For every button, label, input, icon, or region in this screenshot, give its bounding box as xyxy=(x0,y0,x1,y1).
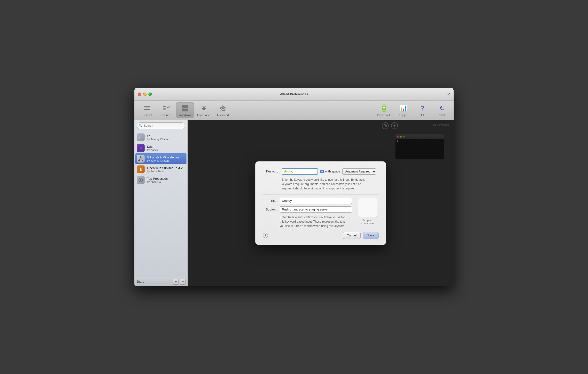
with-space-checkbox[interactable] xyxy=(320,170,324,173)
title-input[interactable] xyxy=(280,198,352,204)
subtext-label: Subtext: xyxy=(263,208,277,211)
argument-select[interactable]: Argument Required Argument Optional No A… xyxy=(342,168,376,175)
svg-rect-7 xyxy=(185,105,188,108)
top-name: Top Processes xyxy=(147,177,168,181)
usage-button[interactable]: 📊 Usage xyxy=(396,104,411,117)
keyword-input[interactable] xyxy=(282,168,318,175)
svg-point-15 xyxy=(138,160,140,161)
sidebar-footer: Share + − xyxy=(134,277,188,286)
window-title: Alfred Preferences xyxy=(280,92,308,96)
modal-form-right: Drop anicon above. xyxy=(357,198,378,228)
toolbar: General Features xyxy=(134,101,454,120)
workflows-label: Workflows xyxy=(179,114,191,117)
save-button[interactable]: Save xyxy=(363,232,378,239)
git-author: by Jérémy Chatard xyxy=(147,159,179,162)
toolbar-item-appearance[interactable]: Appearance xyxy=(195,102,213,118)
help-label: Help xyxy=(420,114,426,117)
update-label: Update xyxy=(438,114,446,117)
modal-action-buttons: Cancel Save xyxy=(343,232,378,239)
title-label: Title: xyxy=(263,199,277,203)
git-icon xyxy=(137,155,145,162)
sidebar: 🔍 cd cd by Jérémy Chatard D xyxy=(134,120,188,286)
keyword-modal: Keyword: with space Argument Required Ar… xyxy=(255,161,386,245)
cancel-button[interactable]: Cancel xyxy=(343,232,361,239)
icon-drop-label: Drop anicon above. xyxy=(361,219,374,225)
svg-rect-4 xyxy=(163,108,166,108)
svg-point-14 xyxy=(140,156,141,158)
sidebar-item-sublime[interactable]: S Open with Sublime Text 2 by Franz Heid… xyxy=(134,164,188,175)
main-window: Alfred Preferences ⤢ General xyxy=(134,88,454,286)
svg-rect-6 xyxy=(182,105,185,108)
remove-workflow-button[interactable]: − xyxy=(180,279,186,285)
update-icon: ↻ xyxy=(438,104,446,113)
appearance-icon xyxy=(200,104,208,113)
close-button[interactable] xyxy=(138,93,141,96)
modal-footer: ? Cancel Save xyxy=(263,232,378,239)
svg-rect-0 xyxy=(144,106,150,107)
modal-divider xyxy=(263,194,378,195)
expand-icon[interactable]: ⤢ xyxy=(447,92,450,96)
svg-point-16 xyxy=(142,160,143,161)
sidebar-search-area: 🔍 xyxy=(134,120,188,131)
powerpack-icon: 🔋 xyxy=(379,104,388,113)
svg-text:D: D xyxy=(140,147,142,150)
toolbar-nav: General Features xyxy=(138,102,376,118)
sidebar-item-cd[interactable]: cd cd by Jérémy Chatard xyxy=(134,132,188,143)
svg-point-20 xyxy=(140,179,141,181)
modal-help-button[interactable]: ? xyxy=(263,233,268,238)
minimize-button[interactable] xyxy=(143,93,147,96)
search-icon: 🔍 xyxy=(139,124,142,128)
svg-rect-9 xyxy=(185,108,188,111)
with-space-row: with space xyxy=(320,170,340,173)
svg-line-18 xyxy=(141,158,142,160)
keyword-label: Keyword: xyxy=(263,170,279,173)
general-label: General xyxy=(142,114,152,117)
svg-rect-8 xyxy=(182,108,185,111)
top-text: Top Processes by Zhao Cai xyxy=(147,177,168,183)
powerpack-label: Powerpack xyxy=(377,114,390,117)
advanced-icon xyxy=(219,104,227,113)
dash-icon: D xyxy=(137,144,145,152)
add-workflow-button[interactable]: + xyxy=(173,279,179,285)
general-icon xyxy=(143,104,152,113)
field-description: Enter the title and subtext you would li… xyxy=(280,215,352,228)
help-button[interactable]: ? Help xyxy=(415,104,430,117)
svg-line-17 xyxy=(139,158,141,160)
sidebar-list: cd cd by Jérémy Chatard D Dash xyxy=(134,131,188,277)
toolbar-item-general[interactable]: General xyxy=(138,102,156,118)
svg-point-11 xyxy=(222,107,224,109)
git-text: Git push & Mina deploy by Jérémy Chatard xyxy=(147,156,179,162)
icon-drop-area[interactable] xyxy=(358,198,377,217)
sidebar-item-git[interactable]: Git push & Mina deploy by Jérémy Chatard xyxy=(135,153,187,164)
with-space-label: with space xyxy=(325,170,340,173)
powerpack-button[interactable]: 🔋 Powerpack xyxy=(376,104,392,117)
toolbar-item-workflows[interactable]: Workflows xyxy=(176,102,194,118)
help-icon: ? xyxy=(418,104,427,113)
sidebar-item-top[interactable]: Top Processes by Zhao Cai xyxy=(134,175,188,185)
update-button[interactable]: ↻ Update xyxy=(434,104,450,117)
sidebar-item-dash[interactable]: D Dash by Kapeli xyxy=(134,143,188,153)
toolbar-item-advanced[interactable]: Advanced xyxy=(214,102,232,118)
usage-label: Usage xyxy=(399,114,407,117)
dash-text: Dash by Kapeli xyxy=(147,145,158,151)
sidebar-footer-buttons: + − xyxy=(173,279,186,285)
cd-author: by Jérémy Chatard xyxy=(147,138,169,141)
cd-name: cd xyxy=(147,134,169,138)
sublime-text: Open with Sublime Text 2 by Franz Heidl xyxy=(147,166,183,173)
modal-overlay: Keyword: with space Argument Required Ar… xyxy=(188,120,454,286)
dash-author: by Kapeli xyxy=(147,149,158,151)
main-content: 🔍 cd cd by Jérémy Chatard D xyxy=(134,120,454,286)
modal-form-left: Title: Subtext: Enter the title and subt… xyxy=(263,198,352,228)
subtext-input[interactable] xyxy=(280,206,352,213)
sublime-author: by Franz Heidl xyxy=(147,170,183,173)
title-row: Title: xyxy=(263,198,352,204)
cd-text: cd by Jérémy Chatard xyxy=(147,134,169,141)
maximize-button[interactable] xyxy=(148,93,152,96)
top-author: by Zhao Cai xyxy=(147,181,168,183)
svg-rect-2 xyxy=(144,109,150,110)
window-controls xyxy=(138,93,152,96)
keyword-description: Enter the keyword you would like to use … xyxy=(282,178,378,191)
toolbar-item-features[interactable]: Features xyxy=(157,102,175,118)
share-button[interactable]: Share xyxy=(136,280,173,283)
search-input[interactable] xyxy=(137,122,185,129)
